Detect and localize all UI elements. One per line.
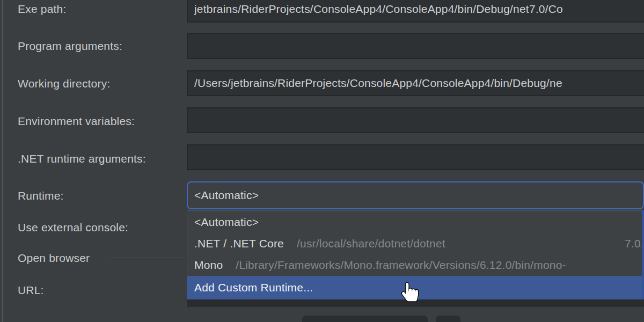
label-runtime: Runtime: [18,189,64,202]
dropdown-item-versions: 7.0, 6 [625,237,644,250]
label-open-browser-section: Open browser [18,252,90,264]
partial-bottom-button[interactable] [436,316,460,322]
environment-variables-field[interactable] [187,107,644,133]
panel-left-border [2,0,3,322]
runtime-combobox[interactable]: <Automatic> [187,181,644,209]
run-configuration-panel: Exe path: Program arguments: Working dir… [0,0,644,322]
popup-right-border [642,210,644,299]
exe-path-field[interactable]: jetbrains/RiderProjects/ConsoleApp4/Cons… [187,0,644,23]
dropdown-item-dotnet-core[interactable]: .NET / .NET Core /usr/local/share/dotnet… [187,233,644,254]
runtime-selected-value: <Automatic> [188,189,259,202]
label-use-external-console: Use external console: [18,221,128,233]
hand-pointer-cursor [400,280,420,304]
dropdown-item-mono[interactable]: Mono /Library/Frameworks/Mono.framework/… [187,254,644,276]
dotnet-runtime-arguments-field[interactable] [187,144,644,170]
label-working-directory: Working directory: [18,77,110,90]
exe-path-value: jetbrains/RiderProjects/ConsoleApp4/Cons… [188,3,563,16]
program-arguments-field[interactable] [187,33,644,59]
dropdown-item-label: .NET / .NET Core [194,237,284,250]
dropdown-item-label: <Automatic> [194,216,259,229]
dropdown-item-label: Mono [194,259,223,272]
working-directory-value: /Users/jetbrains/RiderProjects/ConsoleAp… [188,77,562,90]
label-exe-path: Exe path: [18,3,67,15]
dropdown-item-label: Add Custom Runtime... [194,281,313,294]
partial-bottom-field[interactable] [302,316,428,322]
open-browser-section-divider [111,258,185,258]
label-dotnet-runtime-arguments: .NET runtime arguments: [18,152,146,165]
working-directory-field[interactable]: /Users/jetbrains/RiderProjects/ConsoleAp… [187,70,644,96]
dropdown-item-path: /usr/local/share/dotnet/dotnet [297,237,445,250]
label-environment-variables: Environment variables: [18,115,135,127]
dropdown-item-automatic[interactable]: <Automatic> [187,211,644,233]
dropdown-item-path: /Library/Frameworks/Mono.framework/Versi… [236,259,566,272]
label-url: URL: [18,284,44,296]
label-program-arguments: Program arguments: [18,40,122,52]
